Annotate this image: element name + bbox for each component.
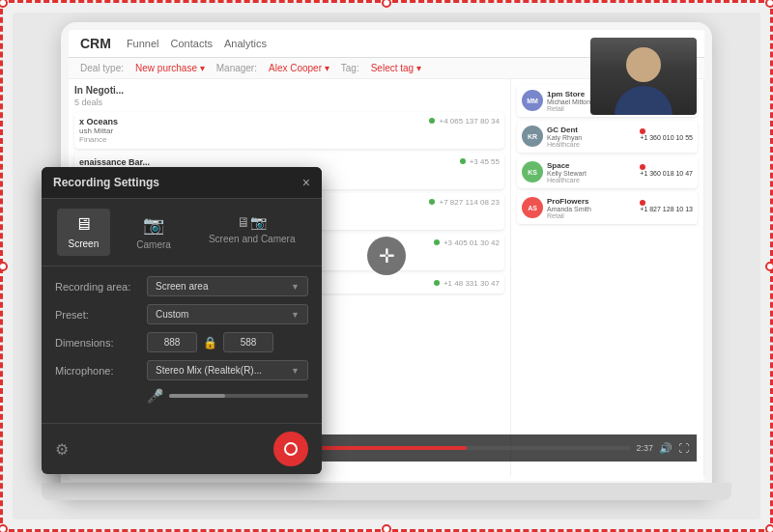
manager-label: Manager: bbox=[216, 63, 257, 73]
crm-logo: CRM bbox=[80, 36, 111, 51]
volume-fill bbox=[169, 394, 225, 398]
mode-tab-screen-camera[interactable]: 🖥📷 Screen and Camera bbox=[197, 209, 307, 256]
panel-footer: ⚙ bbox=[42, 423, 322, 474]
record-button[interactable] bbox=[273, 432, 308, 466]
crm-nav: Funnel Contacts Analytics bbox=[127, 38, 267, 49]
preset-value: Custom bbox=[156, 309, 188, 320]
handle-bottom-center[interactable] bbox=[382, 524, 391, 532]
mode-label-screen: Screen bbox=[69, 238, 100, 249]
recording-settings-panel: Recording Settings × 🖥 Screen 📷 Camera 🖥… bbox=[42, 167, 322, 474]
preset-label: Preset: bbox=[55, 309, 147, 321]
webcam-video bbox=[590, 38, 697, 115]
recording-area-control: Screen area ▼ bbox=[147, 276, 308, 296]
panel-body: Recording area: Screen area ▼ Preset: Cu… bbox=[42, 266, 322, 423]
handle-top-left[interactable] bbox=[0, 0, 8, 8]
width-input[interactable] bbox=[147, 332, 197, 352]
panel-title: Recording Settings bbox=[53, 176, 159, 189]
chevron-down-icon: ▼ bbox=[291, 366, 300, 376]
kanban-col-sub: 5 deals bbox=[74, 98, 504, 107]
microphone-label: Microphone: bbox=[55, 365, 147, 377]
preset-row: Preset: Custom ▼ bbox=[55, 304, 308, 324]
mode-tab-screen[interactable]: 🖥 Screen bbox=[57, 209, 111, 256]
handle-bottom-left[interactable] bbox=[0, 524, 8, 532]
screen-camera-icon: 🖥📷 bbox=[237, 214, 267, 230]
microphone-dropdown[interactable]: Stereo Mix (Realtek(R)... ▼ bbox=[147, 360, 308, 380]
outer-frame: CRM Funnel Contacts Analytics Deal type:… bbox=[0, 0, 773, 532]
recording-area-value: Screen area bbox=[156, 281, 208, 292]
close-button[interactable]: × bbox=[302, 175, 310, 190]
handle-top-center[interactable] bbox=[382, 0, 391, 8]
mode-tab-camera[interactable]: 📷 Camera bbox=[125, 209, 183, 256]
preset-control: Custom ▼ bbox=[147, 304, 308, 324]
height-input[interactable] bbox=[223, 332, 273, 352]
nav-funnel[interactable]: Funnel bbox=[127, 38, 159, 49]
kanban-col-title: In Negoti... bbox=[74, 85, 504, 96]
avatar: AS bbox=[522, 197, 543, 218]
recording-area-dropdown[interactable]: Screen area ▼ bbox=[147, 276, 308, 296]
chevron-down-icon: ▼ bbox=[291, 282, 300, 292]
avatar: MM bbox=[522, 90, 543, 111]
chevron-down-icon: ▼ bbox=[291, 310, 300, 320]
microphone-control: Stereo Mix (Realtek(R)... ▼ bbox=[147, 360, 308, 380]
move-cursor-icon[interactable]: ✛ bbox=[367, 237, 406, 275]
person-head bbox=[626, 47, 661, 82]
dimensions-row: Dimensions: 🔒 bbox=[55, 332, 308, 352]
volume-icon[interactable]: 🔊 bbox=[659, 442, 673, 455]
kanban-col-right: MM 1pm Store Michael Mitton Retail +1 36… bbox=[511, 79, 704, 476]
gear-icon: ⚙ bbox=[55, 441, 69, 458]
tag-label: Tag: bbox=[341, 63, 359, 73]
manager-value[interactable]: Alex Cooper ▾ bbox=[269, 63, 329, 73]
microphone-value: Stereo Mix (Realtek(R)... bbox=[156, 365, 262, 376]
handle-mid-left[interactable] bbox=[0, 262, 8, 271]
avatar: KS bbox=[522, 161, 543, 182]
dimensions-control: 🔒 bbox=[147, 332, 308, 352]
deal-type-value[interactable]: New purchase ▾ bbox=[135, 63, 205, 73]
list-item: KS Space Kelly Stewart Healthcare +1 360… bbox=[517, 156, 698, 188]
avatar: KR bbox=[522, 126, 543, 147]
nav-analytics[interactable]: Analytics bbox=[224, 38, 267, 49]
handle-bottom-right[interactable] bbox=[765, 524, 773, 532]
laptop-base bbox=[42, 483, 731, 500]
recording-area-label: Recording area: bbox=[55, 281, 147, 293]
microphone-row: Microphone: Stereo Mix (Realtek(R)... ▼ bbox=[55, 360, 308, 380]
tag-value[interactable]: Select tag ▾ bbox=[371, 63, 421, 73]
panel-header: Recording Settings × bbox=[42, 167, 322, 199]
lock-icon: 🔒 bbox=[203, 336, 217, 350]
recording-area-row: Recording area: Screen area ▼ bbox=[55, 276, 308, 296]
volume-bar[interactable] bbox=[169, 394, 308, 398]
list-item: KR GC Dent Katy Rhyan Healthcare +1 360 … bbox=[517, 121, 698, 153]
volume-row: 🎤 bbox=[55, 388, 308, 404]
preset-dropdown[interactable]: Custom ▼ bbox=[147, 304, 308, 324]
person-body bbox=[615, 86, 673, 115]
record-indicator bbox=[284, 442, 298, 456]
mode-label-camera: Camera bbox=[136, 239, 171, 250]
nav-contacts[interactable]: Contacts bbox=[171, 38, 213, 49]
mode-label-screen-camera: Screen and Camera bbox=[209, 234, 296, 244]
handle-mid-right[interactable] bbox=[765, 262, 773, 271]
camera-icon: 📷 bbox=[143, 214, 164, 236]
deal-type-label: Deal type: bbox=[80, 63, 124, 73]
dimensions-label: Dimensions: bbox=[55, 337, 147, 349]
fullscreen-icon[interactable]: ⛶ bbox=[678, 442, 689, 454]
handle-top-right[interactable] bbox=[765, 0, 773, 8]
screen-icon: 🖥 bbox=[74, 214, 92, 235]
mode-tabs: 🖥 Screen 📷 Camera 🖥📷 Screen and Camera bbox=[42, 199, 322, 266]
mic-icon: 🎤 bbox=[147, 388, 163, 404]
settings-gear-button[interactable]: ⚙ bbox=[55, 440, 69, 459]
table-row: +4 065 137 80 34 x Oceans ush Mittar Fin… bbox=[74, 112, 504, 149]
list-item: AS ProFlowers Amanda Smith Retail +1 827… bbox=[517, 192, 698, 224]
time-label: 2:37 bbox=[636, 443, 653, 453]
webcam-overlay bbox=[590, 38, 697, 115]
inner-content: CRM Funnel Contacts Analytics Deal type:… bbox=[13, 13, 760, 519]
